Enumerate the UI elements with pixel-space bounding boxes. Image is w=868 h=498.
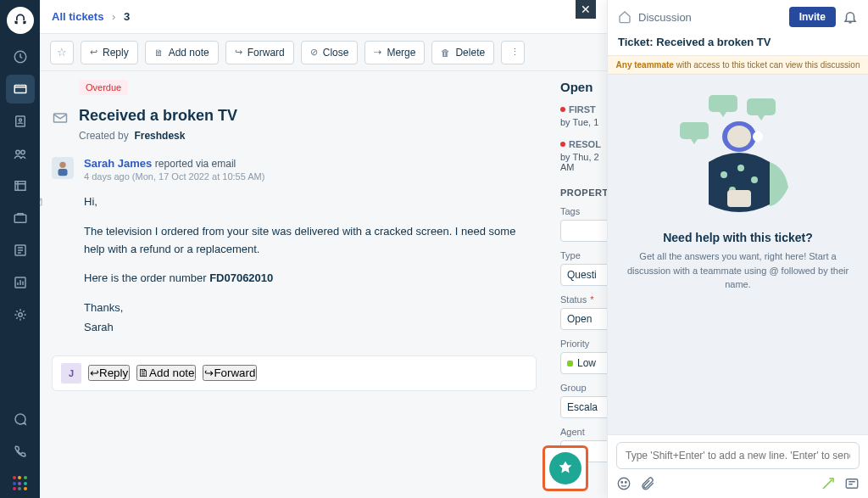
agent-avatar: J [61, 363, 81, 383]
created-by: Created by Freshdesk [79, 130, 237, 142]
envelope-icon [52, 109, 69, 126]
svg-rect-25 [756, 131, 760, 143]
svg-point-19 [721, 171, 727, 178]
freddy-bot-highlight[interactable] [542, 445, 588, 491]
nav-social-icon[interactable] [6, 139, 35, 168]
forward-button[interactable]: ↪Forward [225, 41, 294, 64]
nav-analytics-icon[interactable] [6, 236, 35, 265]
svg-rect-6 [14, 215, 26, 222]
close-button[interactable]: ⊘Close [301, 41, 359, 64]
discussion-panel: Discussion Invite Ticket: Received a bro… [607, 0, 868, 498]
ticket-main: Overdue Received a broken TV Created by … [40, 71, 548, 498]
forward-icon: ↪ [204, 367, 214, 379]
reply-icon: ↩ [90, 47, 97, 58]
discussion-illustration [666, 90, 810, 217]
message-timestamp: 4 days ago (Mon, 17 Oct 2022 at 10:55 AM… [84, 171, 264, 182]
app-logo[interactable] [7, 7, 34, 34]
delete-button[interactable]: 🗑Delete [431, 41, 494, 64]
nav-apps-icon[interactable] [6, 469, 35, 498]
nav-tickets-icon[interactable] [6, 75, 35, 104]
svg-rect-23 [727, 190, 751, 207]
add-note-button[interactable]: 🗎Add note [145, 41, 219, 64]
status-badge-overdue: Overdue [79, 80, 128, 95]
close-panel-button[interactable]: ✕ [576, 0, 596, 19]
more-vertical-icon: ⋮ [510, 47, 520, 58]
forward-icon: ↪ [235, 47, 242, 58]
svg-point-28 [626, 482, 627, 484]
svg-point-5 [20, 150, 25, 154]
chevron-right-icon: › [112, 10, 115, 23]
ticket-properties: Open FIRST by Tue, 1 RESOL by Thu, 2AM P… [555, 71, 615, 498]
svg-rect-12 [58, 169, 68, 176]
reply-icon: ↩ [90, 367, 99, 379]
svg-point-21 [751, 176, 758, 183]
discussion-empty-heading: Need help with this ticket? [663, 231, 813, 244]
message-body: Hi, The television I ordered from your s… [84, 193, 537, 337]
ticket-title: Received a broken TV [79, 107, 237, 125]
svg-point-9 [18, 313, 22, 317]
add-note-inline-button[interactable]: 🗎Add note [136, 365, 196, 381]
svg-rect-29 [846, 479, 858, 489]
svg-rect-1 [14, 86, 26, 93]
discussion-composer [608, 434, 868, 498]
star-button[interactable]: ☆ [50, 41, 74, 64]
nav-dashboard-icon[interactable] [6, 42, 35, 71]
trash-icon: 🗑 [441, 48, 450, 58]
discussion-tab-label: Discussion [638, 11, 782, 24]
nav-chat-icon[interactable] [6, 405, 35, 434]
close-check-icon: ⊘ [310, 47, 318, 58]
message-envelope-icon [40, 195, 43, 209]
app-sidebar [0, 0, 40, 498]
merge-icon: ⇢ [374, 47, 381, 58]
svg-point-18 [727, 126, 751, 148]
svg-point-27 [621, 482, 623, 484]
svg-point-11 [59, 162, 65, 168]
emoji-icon[interactable] [616, 476, 632, 491]
nav-reports-icon[interactable] [6, 268, 35, 297]
reported-via: reported via email [155, 158, 236, 170]
svg-point-4 [15, 150, 19, 154]
invite-button[interactable]: Invite [789, 7, 836, 27]
attachment-icon[interactable] [640, 476, 655, 491]
more-actions-button[interactable]: ⋮ [501, 41, 525, 64]
nav-solutions-icon[interactable] [6, 171, 35, 200]
nav-phone-icon[interactable] [6, 437, 35, 466]
discussion-empty-text: Get all the answers you want, right here… [621, 249, 854, 292]
sla-resolution-label: RESOL [569, 139, 601, 149]
bell-icon[interactable] [843, 9, 858, 25]
nav-admin-icon[interactable] [6, 300, 35, 329]
svg-point-20 [737, 165, 744, 171]
magic-reply-icon[interactable] [821, 476, 836, 491]
note-icon: 🗎 [138, 367, 149, 379]
note-icon: 🗎 [154, 48, 164, 58]
requester-avatar [52, 157, 74, 179]
discussion-input[interactable] [616, 442, 860, 469]
home-icon[interactable] [618, 10, 632, 24]
reply-button[interactable]: ↩Reply [81, 41, 138, 64]
svg-point-3 [19, 119, 21, 121]
breadcrumb-all-tickets[interactable]: All tickets [52, 10, 103, 23]
merge-button[interactable]: ⇢Merge [364, 41, 425, 64]
freddy-bot-icon [549, 452, 581, 484]
discussion-access-banner: Any teammate with access to this ticket … [608, 56, 868, 75]
breadcrumb-ticket-id: 3 [124, 10, 130, 23]
forward-inline-button[interactable]: ↪Forward [203, 365, 257, 381]
svg-rect-16 [680, 122, 709, 139]
canned-response-icon[interactable] [844, 476, 860, 491]
svg-point-26 [618, 478, 630, 490]
requester-name[interactable]: Sarah James [84, 157, 152, 170]
svg-rect-14 [709, 95, 737, 112]
reply-box: J ↩Reply 🗎Add note ↪Forward [52, 355, 537, 391]
reply-inline-button[interactable]: ↩Reply [88, 365, 130, 381]
sla-first-label: FIRST [569, 104, 596, 115]
svg-rect-15 [747, 98, 776, 115]
nav-forums-icon[interactable] [6, 204, 35, 232]
nav-contacts-icon[interactable] [6, 107, 35, 136]
discussion-title: Ticket: Received a broken TV [618, 36, 858, 48]
